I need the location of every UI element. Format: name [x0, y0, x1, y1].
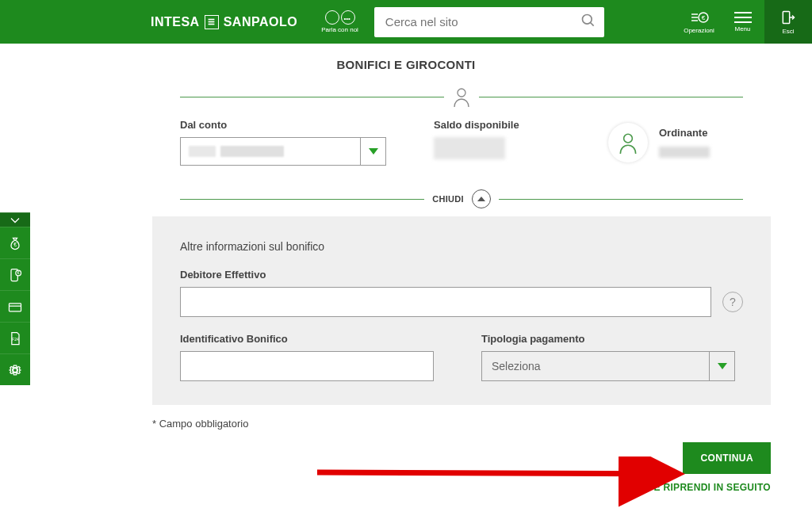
chat-with-us[interactable]: ••• Parla con noi [321, 10, 358, 33]
main-panel: Dal conto Saldo disponibile Ordinante [152, 86, 771, 493]
id-bonifico-label: Identificativo Bonifico [180, 333, 434, 345]
quick-nav: € € F24 [0, 212, 30, 385]
quicknav-phone[interactable]: € [0, 258, 30, 290]
divider [180, 97, 444, 97]
quicknav-card[interactable] [0, 290, 30, 322]
redacted-ordinante [659, 147, 710, 158]
chevron-down-icon [7, 212, 23, 228]
site-search [374, 7, 604, 37]
chat-label: Parla con noi [321, 26, 358, 33]
save-resume-link[interactable]: SALVA E RIPRENDI IN SEGUITO [619, 482, 771, 493]
menu-label: Menu [734, 25, 750, 32]
phone-euro-icon: € [7, 267, 23, 283]
brand-logo: INTESA ☰ SANPAOLO [151, 15, 297, 29]
svg-point-9 [624, 134, 633, 143]
divider [180, 199, 424, 200]
ordinante-avatar [608, 123, 648, 162]
chevron-down-icon [718, 363, 727, 369]
form-section: Altre informazioni sul bonifico Debitore… [152, 216, 771, 405]
search-input[interactable] [374, 7, 604, 37]
tipologia-selected: Seleziona [482, 352, 709, 380]
svg-point-17 [13, 368, 17, 372]
divider [499, 199, 743, 200]
continua-button[interactable]: CONTINUA [683, 442, 771, 474]
redacted-text [189, 146, 216, 157]
tipologia-select[interactable]: Seleziona [481, 351, 735, 381]
esci-button[interactable]: Esci [764, 0, 812, 44]
person-icon [618, 131, 638, 155]
chevron-up-icon [477, 197, 485, 201]
divider [479, 97, 743, 97]
dropdown-toggle[interactable] [709, 352, 734, 380]
quicknav-moneybag[interactable]: € [0, 227, 30, 258]
person-icon [452, 86, 471, 108]
quicknav-settings[interactable] [0, 353, 30, 385]
svg-rect-14 [10, 303, 21, 311]
dropdown-toggle[interactable] [360, 138, 385, 165]
moneybag-icon: € [7, 235, 23, 251]
form-heading: Altre informazioni sul bonifico [180, 240, 743, 253]
debitore-input[interactable] [180, 287, 711, 317]
svg-point-0 [582, 14, 592, 24]
exit-icon [779, 10, 797, 25]
redacted-text [220, 146, 284, 157]
hamburger-icon [734, 12, 752, 23]
svg-text:€: € [13, 242, 17, 247]
required-note: * Campo obbligatorio [152, 418, 771, 430]
quicknav-f24[interactable]: F24 [0, 322, 30, 353]
logo-intesa: INTESA [151, 15, 200, 29]
svg-line-1 [590, 22, 593, 25]
svg-text:€: € [17, 270, 20, 275]
summary-section: Dal conto Saldo disponibile Ordinante [152, 86, 771, 216]
form-footer: * Campo obbligatorio CONTINUA SALVA E RI… [152, 405, 771, 493]
close-summary-row: CHIUDI [180, 189, 743, 208]
svg-rect-7 [783, 11, 789, 23]
gear-icon [7, 362, 23, 378]
svg-text:F24: F24 [12, 337, 19, 342]
logo-sanpaolo: SANPAOLO [224, 15, 297, 29]
search-icon[interactable] [580, 13, 596, 32]
operazioni-label: Operazioni [684, 27, 714, 34]
help-icon[interactable]: ? [722, 292, 743, 312]
chat-bubble-dots-icon: ••• [341, 10, 355, 25]
chat-bubble-icon [325, 10, 339, 25]
redacted-balance [434, 137, 505, 159]
svg-point-8 [458, 89, 465, 97]
page-title: BONIFICI E GIROCONTI [0, 44, 812, 82]
from-account-select[interactable] [180, 137, 386, 166]
chiudi-label: CHIUDI [432, 194, 464, 204]
operazioni-button[interactable]: € Operazioni [677, 0, 721, 44]
esci-label: Esci [782, 28, 794, 35]
logo-emblem-icon: ☰ [205, 15, 219, 29]
top-actions: € Operazioni Menu Esci [677, 0, 812, 44]
debitore-label: Debitore Effettivo [180, 269, 743, 281]
tipologia-label: Tipologia pagamento [481, 333, 735, 345]
f24-icon: F24 [7, 330, 23, 346]
menu-button[interactable]: Menu [721, 0, 764, 44]
id-bonifico-input[interactable] [180, 351, 434, 381]
chevron-down-icon [369, 148, 378, 155]
card-icon [7, 299, 23, 315]
topbar: INTESA ☰ SANPAOLO ••• Parla con noi € [0, 0, 812, 44]
svg-text:€: € [701, 14, 705, 21]
operations-euro-icon: € [690, 10, 709, 25]
quicknav-toggle[interactable] [0, 212, 30, 227]
balance-label: Saldo disponibile [434, 119, 561, 131]
ordinante-label: Ordinante [659, 127, 710, 139]
chiudi-button[interactable] [472, 189, 491, 208]
from-account-label: Dal conto [180, 119, 386, 131]
